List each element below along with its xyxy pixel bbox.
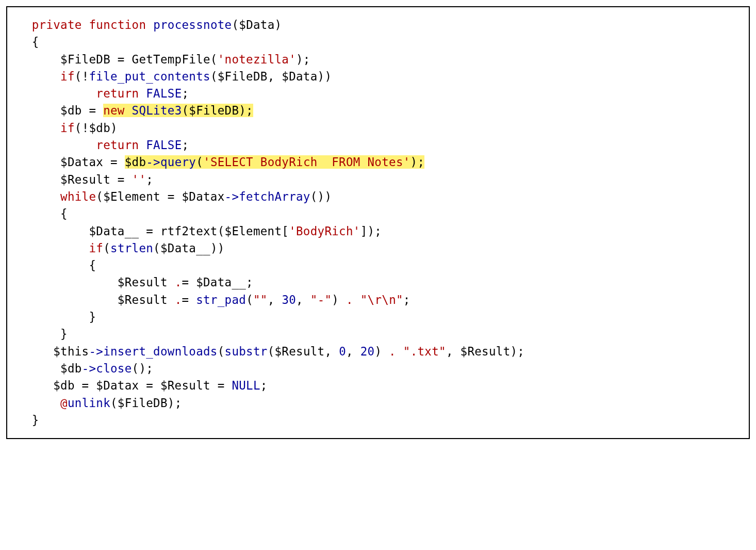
code-line: } [18, 413, 39, 427]
code-line: @unlink($FileDB); [18, 396, 182, 410]
code-line: $Result = ''; [18, 173, 153, 186]
highlight-query: $db->query('SELECT BodyRich FROM Notes')… [125, 155, 425, 169]
code-line: $Datax = $db->query('SELECT BodyRich FRO… [18, 155, 424, 169]
code-line: $FileDB = GetTempFile('notezilla'); [18, 53, 310, 66]
code-line: $Data__ = rtf2text($Element['BodyRich'])… [18, 224, 382, 238]
code-line: if(!$db) [18, 121, 118, 135]
code-line: $db = new SQLite3($FileDB); [18, 104, 253, 117]
code-line: if(strlen($Data__)) [18, 241, 225, 255]
code-line: private function processnote($Data) [18, 18, 282, 31]
code-line: } [18, 327, 68, 341]
code-line: $Result .= str_pad("", 30, "-") . "\r\n"… [18, 293, 410, 306]
code-block: private function processnote($Data) { $F… [6, 6, 750, 439]
code-line: { [18, 207, 68, 220]
code-line: $db = $Datax = $Result = NULL; [18, 379, 268, 392]
code-line: return FALSE; [18, 87, 189, 100]
code-line: if(!file_put_contents($FileDB, $Data)) [18, 70, 332, 83]
code-line: { [18, 35, 39, 48]
code-line: return FALSE; [18, 138, 189, 152]
code-line: $this->insert_downloads(substr($Result, … [18, 345, 524, 358]
highlight-sqlite: new SQLite3($FileDB); [103, 104, 253, 117]
code-line: } [18, 310, 96, 323]
code-line: $Result .= $Data__; [18, 276, 253, 289]
code-line: while($Element = $Datax->fetchArray()) [18, 190, 332, 203]
code-content: private function processnote($Data) { $F… [18, 17, 738, 429]
code-line: { [18, 258, 96, 272]
code-line: $db->close(); [18, 362, 153, 375]
